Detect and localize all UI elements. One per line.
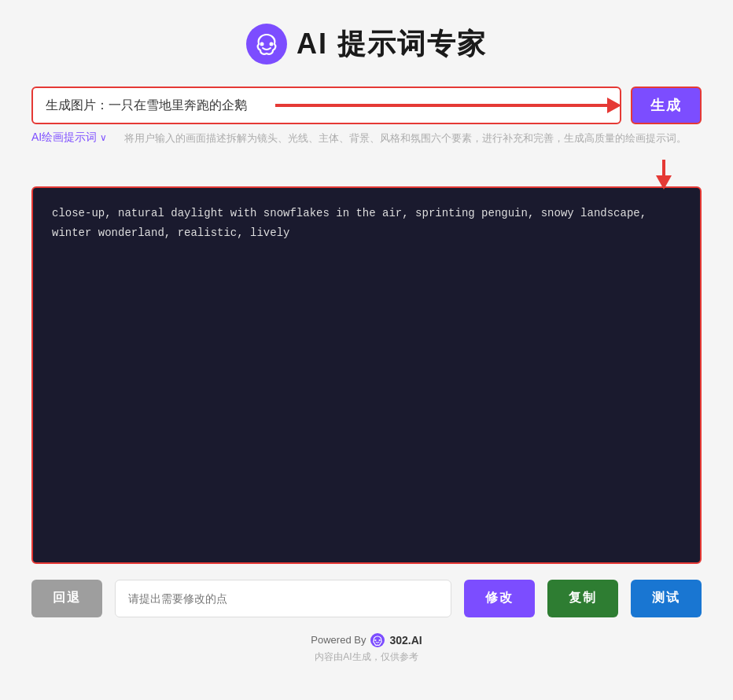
brand-logo-icon (370, 633, 385, 647)
down-arrow-annotation (31, 160, 702, 183)
svg-point-1 (260, 42, 263, 46)
svg-point-4 (375, 639, 377, 641)
chevron-down-icon: ∨ (100, 132, 107, 143)
header: AI 提示词专家 (246, 24, 487, 64)
mode-label: AI绘画提示词 (31, 131, 97, 145)
main-prompt-input[interactable] (31, 87, 621, 124)
output-text: close-up, natural daylight with snowflak… (52, 204, 681, 243)
powered-by-row: Powered By 302.AI (311, 633, 422, 647)
output-area: close-up, natural daylight with snowflak… (31, 186, 702, 564)
modify-input[interactable] (115, 580, 451, 617)
svg-point-2 (269, 42, 273, 46)
svg-point-5 (379, 639, 381, 641)
test-button[interactable]: 测试 (631, 580, 702, 617)
powered-by-text: Powered By (311, 634, 366, 646)
app-logo-icon (246, 24, 287, 64)
mode-selector[interactable]: AI绘画提示词 ∨ (31, 131, 118, 145)
footer-disclaimer: 内容由AI生成，仅供参考 (315, 650, 418, 664)
copy-button[interactable]: 复制 (547, 580, 618, 617)
subtitle-row: AI绘画提示词 ∨ 将用户输入的画面描述拆解为镜头、光线、主体、背景、风格和氛围… (31, 131, 702, 147)
bottom-toolbar: 回退 修改 复制 测试 (31, 580, 702, 617)
brand-name: 302.AI (389, 634, 422, 647)
arrow-down-icon (656, 160, 672, 190)
footer: Powered By 302.AI 内容由AI生成，仅供参考 (311, 633, 422, 664)
page-title: AI 提示词专家 (297, 25, 487, 64)
generate-button[interactable]: 生成 (631, 87, 702, 124)
subtitle-description: 将用户输入的画面描述拆解为镜头、光线、主体、背景、风格和氛围六个要素，进行补充和… (124, 131, 687, 147)
back-button[interactable]: 回退 (31, 580, 102, 617)
input-row: 生成 (31, 87, 702, 124)
svg-point-0 (246, 24, 287, 64)
modify-button[interactable]: 修改 (464, 580, 535, 617)
